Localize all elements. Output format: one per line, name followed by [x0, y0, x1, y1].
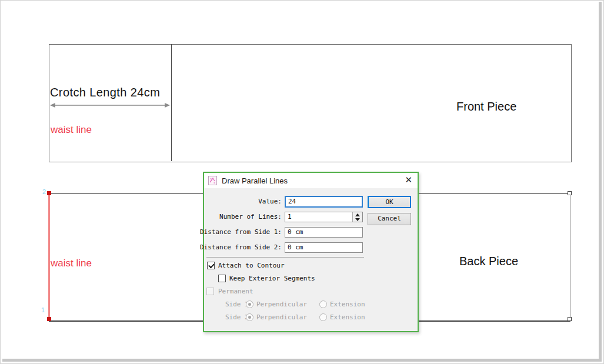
keep-exterior-segments-label: Keep Exterior Segments: [229, 275, 315, 283]
spinner-down-icon: [355, 218, 360, 221]
side1-perpendicular-label: Perpendicular: [256, 300, 307, 309]
selected-waist-line[interactable]: [48, 193, 50, 319]
value-input[interactable]: 24: [285, 196, 363, 208]
cancel-button[interactable]: Cancel: [368, 213, 411, 225]
side1-extension-radio: [319, 300, 327, 308]
front-piece-divider-line: [171, 44, 172, 161]
front-piece-label: Front Piece: [456, 100, 516, 113]
distance-side2-input-text: 0 cm: [288, 243, 303, 251]
dimension-arrow: [49, 101, 171, 109]
endpoint-number-top: 2: [42, 189, 46, 195]
side2-extension-label: Extension: [330, 313, 365, 322]
dialog-separator: [206, 257, 364, 258]
number-of-lines-input[interactable]: 1: [285, 212, 363, 222]
number-of-lines-label: Number of Lines:: [219, 212, 282, 222]
selected-endpoint-bottom[interactable]: [47, 317, 51, 321]
endpoint-number-bottom: 1: [41, 307, 45, 313]
dialog-title: Draw Parallel Lines: [222, 176, 288, 185]
distance-side2-label: Distance from Side 2:: [200, 242, 282, 253]
side2-extension-radio: [319, 313, 327, 321]
crotch-length-label: Crotch Length 24cm: [50, 86, 160, 99]
side1-perpendicular-radio: [246, 300, 253, 308]
page-shadow-bottom: [2, 359, 602, 362]
side2-perpendicular-label: Perpendicular: [256, 313, 307, 322]
value-input-text: 24: [288, 198, 296, 205]
front-waist-line-label: waist line: [51, 124, 92, 136]
radio-dot-icon: [248, 316, 251, 319]
checkmark-icon: [208, 262, 215, 269]
number-of-lines-input-text: 1: [288, 213, 292, 221]
distance-side2-input[interactable]: 0 cm: [285, 242, 363, 253]
distance-side1-input-text: 0 cm: [288, 228, 303, 236]
permanent-checkbox: [206, 288, 214, 295]
value-label: Value:: [258, 196, 282, 207]
close-icon[interactable]: ✕: [405, 175, 412, 185]
draw-parallel-lines-dialog: Draw Parallel Lines ✕ Value: 24 Number o…: [203, 172, 419, 332]
radio-dot-icon: [248, 303, 251, 306]
permanent-label: Permanent: [218, 288, 253, 296]
corner-handle-top-right[interactable]: [568, 191, 572, 195]
dialog-titlebar[interactable]: Draw Parallel Lines ✕: [204, 173, 418, 188]
selected-endpoint-top[interactable]: [47, 191, 51, 195]
dialog-icon: [208, 176, 217, 185]
spinner-up-icon: [355, 213, 360, 216]
back-piece-label: Back Piece: [459, 255, 518, 268]
attach-to-contour-label: Attach to Contour: [218, 262, 285, 270]
side1-extension-label: Extension: [330, 300, 365, 309]
keep-exterior-segments-checkbox[interactable]: [218, 275, 226, 282]
back-waist-line-label: waist line: [51, 258, 92, 269]
distance-side1-label: Distance from Side 1:: [200, 227, 282, 238]
spinner-up-button[interactable]: [353, 212, 362, 217]
spinner-down-button[interactable]: [353, 217, 362, 222]
distance-side1-input[interactable]: 0 cm: [285, 227, 363, 238]
page-shadow-right: [599, 2, 602, 361]
corner-handle-bottom-right[interactable]: [568, 317, 572, 321]
ok-button[interactable]: OK: [368, 196, 411, 208]
side2-perpendicular-radio: [246, 313, 253, 321]
attach-to-contour-checkbox[interactable]: [207, 262, 215, 269]
number-of-lines-spinner: [352, 212, 362, 222]
